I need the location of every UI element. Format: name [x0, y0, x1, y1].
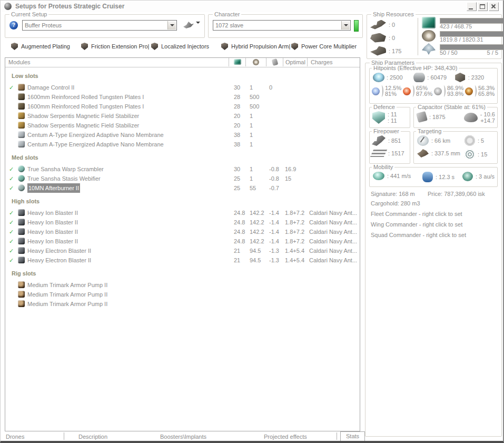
module-name[interactable]: True Sansha Stasis Webifier: [27, 174, 101, 183]
subsystem-icon: [11, 43, 18, 50]
module-name[interactable]: Centum A-Type Energized Adaptive Nano Me…: [27, 130, 164, 140]
module-row[interactable]: ✓ Shadow Serpentis Magnetic Field Stabil…: [5, 111, 360, 121]
subsystem-tab[interactable]: Localized Injectors: [151, 43, 221, 50]
active-check-icon[interactable]: ✓: [9, 237, 14, 246]
dropdown-arrow-icon[interactable]: [341, 21, 350, 29]
speed-value: : 441 m/s: [387, 173, 411, 179]
module-row[interactable]: ✓ Medium Trimark Armor Pump II: [5, 280, 360, 290]
module-name[interactable]: Medium Trimark Armor Pump II: [27, 299, 107, 309]
module-row[interactable]: ✓ True Sansha Stasis Webifier 25 1 -0.8 …: [5, 174, 360, 183]
dps-icon: [372, 135, 386, 146]
charges-column-header[interactable]: Charges: [308, 58, 360, 66]
active-check-icon[interactable]: ✓: [9, 218, 14, 227]
bottom-tab[interactable]: Projected effects: [264, 434, 307, 440]
subsystem-tab[interactable]: Power Core Multiplier: [291, 43, 361, 50]
ship-menu-caret-icon[interactable]: [196, 24, 200, 30]
ship-menu-icon[interactable]: [183, 22, 194, 28]
subsystem-tab[interactable]: Augmented Plating: [11, 43, 81, 50]
active-check-icon[interactable]: ✓: [9, 246, 14, 255]
active-check-icon[interactable]: ✓: [9, 183, 14, 193]
subsystem-tab[interactable]: Hybrid Propulsion Arm|: [221, 43, 291, 50]
module-row[interactable]: ✓ Heavy Ion Blaster II 24.8 142.2 -1.4 1…: [5, 218, 360, 227]
squad-commander-text[interactable]: Squad Commander - right click to set: [371, 232, 466, 238]
cpu-column-header[interactable]: [229, 58, 246, 66]
module-name[interactable]: Shadow Serpentis Magnetic Field Stabiliz…: [27, 111, 139, 121]
capacitor-icon: [416, 111, 428, 123]
module-row[interactable]: ✓ 1600mm Reinforced Rolled Tungsten Plat…: [5, 92, 360, 102]
charges-value[interactable]: Caldari Navy Ant...: [309, 208, 357, 218]
charges-value[interactable]: Caldari Navy Ant...: [309, 237, 357, 246]
module-row[interactable]: ✓ Heavy Electron Blaster II 21 94.5 -1.3…: [5, 246, 360, 255]
module-icon: [18, 131, 25, 138]
module-name[interactable]: Heavy Electron Blaster II: [27, 255, 91, 265]
module-row[interactable]: ✓ Heavy Ion Blaster II 24.8 142.2 -1.4 1…: [5, 237, 360, 246]
charges-value[interactable]: Caldari Navy Ant...: [309, 218, 357, 227]
resist-cell: 65% 87.6%: [403, 85, 434, 97]
powergrid-column-header[interactable]: [246, 58, 266, 66]
resource-icon: [422, 17, 436, 28]
module-row[interactable]: ✓ Heavy Ion Blaster II 24.8 142.2 -1.4 1…: [5, 227, 360, 237]
charges-value[interactable]: Caldari Navy Ant...: [309, 255, 357, 265]
module-row[interactable]: ✓ 10MN Afterburner II 25 55 -0.7: [5, 183, 360, 193]
module-name[interactable]: Medium Trimark Armor Pump II: [27, 280, 107, 290]
module-row[interactable]: ✓ Medium Trimark Armor Pump II: [5, 299, 360, 309]
module-name[interactable]: Heavy Ion Blaster II: [27, 218, 78, 227]
maximize-button[interactable]: [478, 2, 488, 11]
module-name[interactable]: 1600mm Reinforced Rolled Tungsten Plates…: [27, 92, 144, 102]
module-row[interactable]: ✓ 1600mm Reinforced Rolled Tungsten Plat…: [5, 102, 360, 111]
bottom-tab[interactable]: Stats: [340, 431, 365, 441]
module-name[interactable]: 1600mm Reinforced Rolled Tungsten Plates…: [27, 102, 144, 111]
setup-select[interactable]: Buffer Proteus: [22, 20, 177, 31]
active-check-icon[interactable]: ✓: [9, 164, 14, 174]
module-name[interactable]: Damage Control II: [27, 83, 74, 92]
dropdown-arrow-icon[interactable]: [167, 21, 176, 29]
subsystem-tab-label: Hybrid Propulsion Arm|: [231, 43, 290, 50]
resource-extra-value: 5 / 5: [487, 50, 498, 56]
module-name[interactable]: Heavy Ion Blaster II: [27, 237, 78, 246]
module-name[interactable]: Heavy Ion Blaster II: [27, 227, 78, 237]
powergrid-value: 1: [250, 130, 253, 140]
module-row[interactable]: ✓ Heavy Ion Blaster II 24.8 142.2 -1.4 1…: [5, 208, 360, 218]
module-name[interactable]: Medium Trimark Armor Pump II: [27, 290, 107, 299]
targeting-label: Targeting: [416, 128, 443, 134]
capacitor-column-header[interactable]: [266, 58, 283, 66]
active-check-icon[interactable]: ✓: [9, 227, 14, 237]
module-row[interactable]: ✓ Centum A-Type Energized Adaptive Nano …: [5, 130, 360, 140]
charges-value[interactable]: Caldari Navy Ant...: [309, 227, 357, 237]
active-check-icon[interactable]: ✓: [9, 255, 14, 265]
module-row[interactable]: ✓ Centum A-Type Energized Adaptive Nano …: [5, 140, 360, 149]
module-name[interactable]: Heavy Ion Blaster II: [27, 208, 78, 218]
armor-resist-value: 93.8%: [447, 91, 463, 97]
module-name[interactable]: 10MN Afterburner II: [27, 183, 80, 193]
minimize-button[interactable]: [467, 2, 477, 11]
capacitor-value: -1.4: [269, 227, 279, 237]
fleet-commander-text[interactable]: Fleet Commander - right click to set: [371, 211, 462, 217]
help-icon[interactable]: ?: [9, 21, 18, 29]
module-name[interactable]: True Sansha Warp Scrambler: [27, 164, 104, 174]
optimal-column-header[interactable]: Optimal: [283, 58, 308, 66]
module-name[interactable]: Shadow Serpentis Magnetic Field Stabiliz…: [27, 121, 139, 130]
hardpoint-stat: : 0: [370, 18, 417, 31]
module-row[interactable]: ✓ Shadow Serpentis Magnetic Field Stabil…: [5, 121, 360, 130]
bottom-tab[interactable]: Description: [78, 434, 107, 440]
module-row[interactable]: ✓ Heavy Electron Blaster II 21 94.5 -1.3…: [5, 255, 360, 265]
active-check-icon[interactable]: ✓: [9, 208, 14, 218]
active-check-icon[interactable]: ✓: [9, 174, 14, 183]
module-name[interactable]: Heavy Electron Blaster II: [27, 246, 91, 255]
module-row[interactable]: ✓ True Sansha Warp Scrambler 30 1 -0.8 1…: [5, 164, 360, 174]
defence-value-1: : 11: [388, 111, 397, 117]
capacitor-value: -0.8: [269, 174, 279, 183]
armor-resist-value: 87.6%: [416, 91, 432, 97]
bottom-tab[interactable]: Boosters\Implants: [160, 434, 206, 440]
modules-column-header[interactable]: Modules: [5, 58, 229, 66]
active-check-icon[interactable]: ✓: [9, 83, 14, 92]
charges-value[interactable]: Caldari Navy Ant...: [309, 246, 357, 255]
module-name[interactable]: Centum A-Type Energized Adaptive Nano Me…: [27, 140, 164, 149]
bottom-tab[interactable]: Drones: [6, 434, 24, 440]
wing-commander-text[interactable]: Wing Commander - right click to set: [371, 221, 462, 228]
subsystem-tab[interactable]: Friction Extension Pro|: [81, 43, 151, 50]
module-row[interactable]: ✓ Medium Trimark Armor Pump II: [5, 290, 360, 299]
character-select[interactable]: 1072 slave: [213, 20, 351, 31]
close-button[interactable]: [489, 2, 499, 11]
module-row[interactable]: ✓ Damage Control II 30 1 0: [5, 83, 360, 92]
